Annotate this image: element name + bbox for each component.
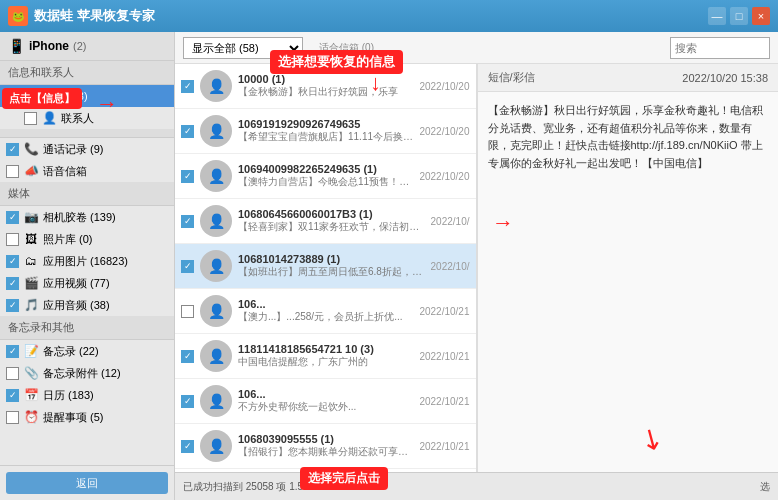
msg-preview: 不方外史帮你统一起饮外... [238,400,413,414]
msg-sender: 10681014273889 (1) [238,253,425,265]
sidebar-item-contacts[interactable]: 👤 联系人 [0,107,174,129]
detail-header: 短信/彩信 2022/10/20 15:38 [478,64,779,92]
sidebar-item-voicemail[interactable]: 📣 语音信箱 [0,160,174,182]
list-item[interactable]: 👤 1068039095555 (1) 【招银行】您本期账单分期还款可享期时7折… [175,424,476,469]
calendar-checkbox[interactable] [6,389,19,402]
sidebar-item-reminders[interactable]: ⏰ 提醒事项 (5) [0,406,174,428]
msg-checkbox[interactable] [181,350,194,363]
msg-sender: 11811418185654721 10 (3) [238,343,413,355]
msg-sender: 10000 (1) [238,73,413,85]
msg-preview: 【希望宝宝自营旗舰店】11.11今后换好！希望宝宝中国... [238,130,413,144]
sidebar-item-app-audio[interactable]: 🎵 应用音频 (38) [0,294,174,316]
arrow-right-icon: → [96,91,118,117]
msg-date: 2022/10/20 [419,126,469,137]
msg-checkbox[interactable] [181,305,194,318]
msg-sender: 1068039095555 (1) [238,433,413,445]
app-videos-icon: 🎬 [23,275,39,291]
app-title: 数据蛙 苹果恢复专家 [34,7,155,25]
msg-checkbox[interactable] [181,215,194,228]
backup-notes-icon: 📎 [23,365,39,381]
photos-checkbox[interactable] [6,233,19,246]
sidebar-item-calendar[interactable]: 📅 日历 (183) [0,384,174,406]
sidebar-item-app-photos[interactable]: 🗂 应用图片 (16823) [0,250,174,272]
content-area: 显示全部 (58) 适合信箱 (0) 👤 10000 (1) 【金秋畅游】秋日出… [175,32,778,500]
sidebar-item-calls[interactable]: 📞 通话记录 (9) [0,138,174,160]
msg-preview: 中国电信提醒您，广东广州的 [238,355,413,369]
contacts-checkbox[interactable] [24,112,37,125]
msg-sender: 106... [238,388,413,400]
app-photos-checkbox[interactable] [6,255,19,268]
annotation-top: 选择想要恢复的信息 [270,50,403,74]
device-count: (2) [73,40,86,52]
calls-checkbox[interactable] [6,143,19,156]
msg-preview: 【金秋畅游】秋日出行好筑园，乐享 [238,85,413,99]
annotation-bottom: 选择完后点击 [300,467,388,490]
calendar-label: 日历 (183) [43,388,168,403]
list-item[interactable]: 👤 10694009982265249635 (1) 【澳特力自营店】今晚会总1… [175,154,476,199]
msg-checkbox[interactable] [181,125,194,138]
list-item[interactable]: 👤 10691919290926749635 【希望宝宝自营旗舰店】11.11今… [175,109,476,154]
contacts-icon: 👤 [41,110,57,126]
msg-date: 2022/10/ [431,216,470,227]
list-item[interactable]: 👤 10681014273889 (1) 【如班出行】周五至周日低至6.8折起，… [175,244,476,289]
annotation-left-click: 点击【信息】 [2,88,82,109]
sidebar-item-backup-notes[interactable]: 📎 备忘录附件 (12) [0,362,174,384]
camera-checkbox[interactable] [6,211,19,224]
close-button[interactable]: × [752,7,770,25]
bottom-bar: 已成功扫描到 25058 项 1.53 GB 选 [175,472,778,500]
search-input[interactable] [670,37,770,59]
sidebar-item-app-videos[interactable]: 🎬 应用视频 (77) [0,272,174,294]
detail-type: 短信/彩信 [488,70,535,85]
list-item[interactable]: 👤 10680645660060017B3 (1) 【轻喜到家】双11家务狂欢节… [175,199,476,244]
list-item[interactable]: 👤 106... 不方外史帮你统一起饮外... 2022/10/21 [175,379,476,424]
avatar: 👤 [200,385,232,417]
msg-checkbox[interactable] [181,395,194,408]
section-media: 媒体 [0,182,174,206]
notes-icon: 📝 [23,343,39,359]
msg-preview: 【轻喜到家】双11家务狂欢节，保洁初体位立减200元... [238,220,425,234]
avatar: 👤 [200,115,232,147]
msg-date: 2022/10/ [431,261,470,272]
backup-notes-checkbox[interactable] [6,367,19,380]
avatar: 👤 [200,205,232,237]
sidebar-item-camera[interactable]: 📷 相机胶卷 (139) [0,206,174,228]
msg-sender: 10691919290926749635 [238,118,413,130]
app-audio-checkbox[interactable] [6,299,19,312]
voicemail-checkbox[interactable] [6,165,19,178]
detail-panel: 短信/彩信 2022/10/20 15:38 【金秋畅游】秋日出行好筑园，乐享金… [477,64,779,472]
msg-checkbox[interactable] [181,170,194,183]
phone-icon: 📱 [8,38,25,54]
list-item[interactable]: 👤 106... 【澳力...】...258/元，会员折上折优... 2022/… [175,289,476,334]
list-item[interactable]: 👤 11811418185654721 10 (3) 中国电信提醒您，广东广州的… [175,334,476,379]
msg-content: 10000 (1) 【金秋畅游】秋日出行好筑园，乐享 [238,73,413,99]
sidebar-item-notes[interactable]: 📝 备忘录 (22) [0,340,174,362]
device-header[interactable]: 📱 iPhone (2) [0,32,174,61]
title-bar: 🐸 数据蛙 苹果恢复专家 — □ × [0,0,778,32]
back-button[interactable]: 返回 [6,472,168,494]
sidebar-item-photos[interactable]: 🖼 照片库 (0) [0,228,174,250]
photos-icon: 🖼 [23,231,39,247]
msg-sender: 106... [238,298,413,310]
calls-icon: 📞 [23,141,39,157]
avatar: 👤 [200,430,232,462]
notes-checkbox[interactable] [6,345,19,358]
calendar-icon: 📅 [23,387,39,403]
voicemail-label: 语音信箱 [43,164,168,179]
backup-notes-label: 备忘录附件 (12) [43,366,168,381]
msg-checkbox[interactable] [181,440,194,453]
msg-checkbox[interactable] [181,260,194,273]
msg-content: 10680645660060017B3 (1) 【轻喜到家】双11家务狂欢节，保… [238,208,425,234]
avatar: 👤 [200,295,232,327]
toolbar: 显示全部 (58) 适合信箱 (0) [175,32,778,64]
msg-date: 2022/10/21 [419,441,469,452]
msg-checkbox[interactable] [181,80,194,93]
reminders-checkbox[interactable] [6,411,19,424]
app-videos-checkbox[interactable] [6,277,19,290]
msg-date: 2022/10/21 [419,306,469,317]
bottom-selected: 选 [760,480,770,494]
minimize-button[interactable]: — [708,7,726,25]
avatar: 👤 [200,340,232,372]
maximize-button[interactable]: □ [730,7,748,25]
window-controls[interactable]: — □ × [708,7,770,25]
section-info-contacts: 信息和联系人 [0,61,174,85]
